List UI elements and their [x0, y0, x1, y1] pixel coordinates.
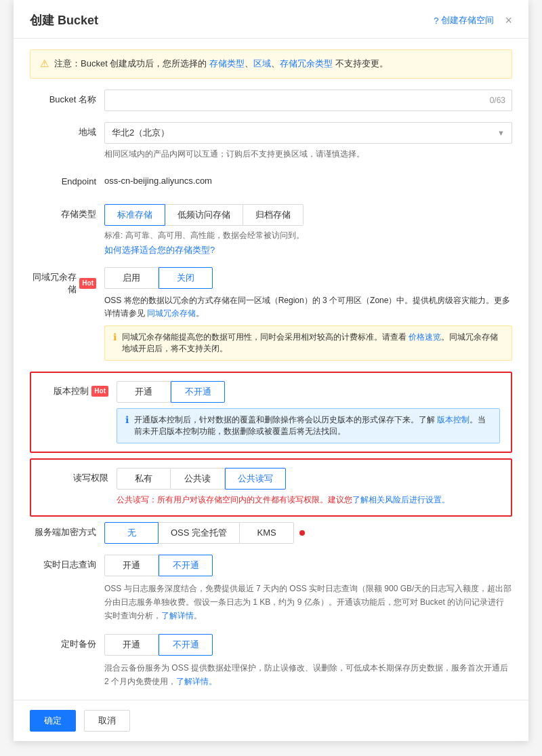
storage-type-label: 存储类型 [30, 204, 104, 220]
storage-type-row: 存储类型 标准存储 低频访问存储 归档存储 标准: 高可靠、高可用、高性能，数据… [30, 204, 512, 256]
storage-type-infrequent[interactable]: 低频访问存储 [165, 204, 243, 226]
encrypt-none[interactable]: 无 [104, 522, 159, 544]
access-control-group: 私有 公共读 公共读写 [117, 468, 500, 490]
region-content: 华北2（北京） ▼ 相同区域内的产品内网可以互通；订购后不支持更换区域，请谨慎选… [104, 122, 512, 161]
cancel-button[interactable]: 取消 [84, 710, 130, 732]
question-icon: ? [434, 16, 438, 26]
encrypt-kms[interactable]: KMS [240, 522, 294, 544]
dialog-footer: 确定 取消 [14, 700, 528, 741]
encrypt-content: 无 OSS 完全托管 KMS [104, 522, 512, 544]
confirm-button[interactable]: 确定 [30, 710, 76, 732]
redundancy-label: 同域冗余存储 Hot [30, 267, 104, 296]
redundancy-content: 启用 关闭 OSS 将您的数据以冗余的方式存储在同一区域（Region）的 3 … [104, 267, 512, 361]
version-enable[interactable]: 开通 [117, 381, 171, 403]
notice-link-region[interactable]: 区域 [253, 58, 271, 68]
backup-content: 开通 不开通 混合云备份服务为 OSS 提供数据处理保护，防止误修改、误删除，可… [104, 634, 512, 689]
access-public-readwrite[interactable]: 公共读写 [225, 468, 286, 490]
dialog-header: 创建 Bucket ? 创建存储空间 × [14, 0, 528, 39]
access-control-section: 读写权限 私有 公共读 公共读写 公共读写：所有用户对该存储空间内的文件都有读写… [30, 458, 512, 516]
realtime-log-desc: OSS 与日志服务深度结合，免费提供最近 7 天内的 OSS 实时日志查询（限额… [104, 582, 512, 623]
backup-link[interactable]: 了解详情。 [176, 677, 217, 686]
version-row: 版本控制 Hot 开通 不开通 ℹ 开通版本控制后，针对数据的覆盖和删除操作将会… [42, 381, 500, 443]
version-content: 开通 不开通 ℹ 开通版本控制后，针对数据的覆盖和删除操作将会以历史版本的形式保… [117, 381, 500, 443]
encrypt-group: 无 OSS 完全托管 KMS [104, 522, 294, 544]
redundancy-info: OSS 将您的数据以冗余的方式存储在同一区域（Region）的 3 个可用区（Z… [104, 294, 512, 320]
access-private[interactable]: 私有 [117, 468, 171, 490]
region-label: 地域 [30, 122, 104, 138]
redundancy-hot-badge: Hot [79, 278, 96, 289]
endpoint-content: oss-cn-beijing.aliyuncs.com [104, 172, 512, 186]
form-section: Bucket 名称 0/63 地域 华北2（北京） ▼ 相同区域内的产品内网可以 [14, 89, 528, 361]
dialog-body: ⚠ 注意：Bucket 创建成功后，您所选择的 存储类型、区域、存储冗余类型 不… [14, 39, 528, 700]
storage-type-archive[interactable]: 归档存储 [243, 204, 304, 226]
bucket-name-wrapper: 0/63 [104, 89, 512, 111]
region-select[interactable]: 华北2（北京） ▼ [104, 122, 512, 144]
version-disable[interactable]: 不开通 [171, 381, 225, 403]
dialog-title: 创建 Bucket [30, 12, 98, 28]
realtime-log-link[interactable]: 了解详情 [161, 611, 194, 620]
bucket-name-content: 0/63 [104, 89, 512, 111]
access-control-recommend-link[interactable]: 了解相关风险后进行设置。 [352, 495, 450, 504]
region-hint: 相同区域内的产品内网可以互通；订购后不支持更换区域，请谨慎选择。 [104, 148, 512, 161]
price-link[interactable]: 价格速览 [409, 332, 441, 342]
notice-link-redundancy[interactable]: 存储冗余类型 [280, 58, 333, 68]
redundancy-disable[interactable]: 关闭 [159, 267, 213, 289]
bucket-name-input[interactable] [104, 89, 512, 111]
region-value: 华北2（北京） [112, 127, 169, 139]
access-control-row: 读写权限 私有 公共读 公共读写 公共读写：所有用户对该存储空间内的文件都有读写… [42, 468, 500, 506]
version-link[interactable]: 版本控制 [437, 415, 470, 424]
version-label: 版本控制 Hot [42, 381, 117, 397]
realtime-log-label: 实时日志查询 [30, 555, 104, 571]
realtime-log-content: 开通 不开通 OSS 与日志服务深度结合，免费提供最近 7 天内的 OSS 实时… [104, 555, 512, 623]
bucket-name-label: Bucket 名称 [30, 89, 104, 106]
encrypt-oss[interactable]: OSS 完全托管 [159, 522, 240, 544]
redundancy-warning-text: 同城冗余存储能提高您的数据可用性，同时会采用相对较高的计费标准。请查看 价格速览… [122, 332, 503, 355]
access-public-read[interactable]: 公共读 [171, 468, 225, 490]
backup-label: 定时备份 [30, 634, 104, 650]
chevron-down-icon: ▼ [497, 129, 505, 137]
form-section-2: 服务端加密方式 无 OSS 完全托管 KMS 实时日志查询 [14, 522, 528, 689]
create-bucket-dialog: 创建 Bucket ? 创建存储空间 × ⚠ 注意：Bucket 创建成功后，您… [14, 0, 528, 741]
notice-bar: ⚠ 注意：Bucket 创建成功后，您所选择的 存储类型、区域、存储冗余类型 不… [30, 49, 512, 79]
region-row: 地域 华北2（北京） ▼ 相同区域内的产品内网可以互通；订购后不支持更换区域，请… [30, 122, 512, 161]
notice-link-type[interactable]: 存储类型 [209, 58, 245, 68]
storage-type-content: 标准存储 低频访问存储 归档存储 标准: 高可靠、高可用、高性能，数据会经常被访… [104, 204, 512, 256]
bucket-name-counter: 0/63 [490, 96, 505, 105]
access-control-label: 读写权限 [42, 468, 117, 484]
version-hot-badge: Hot [91, 386, 108, 397]
warning-circle-icon: ℹ [113, 332, 117, 342]
encrypt-row: 服务端加密方式 无 OSS 完全托管 KMS [30, 522, 512, 544]
storage-type-standard[interactable]: 标准存储 [104, 204, 165, 226]
help-link[interactable]: ? 创建存储空间 [434, 14, 494, 26]
backup-group: 开通 不开通 [104, 634, 512, 656]
encrypt-label: 服务端加密方式 [30, 522, 104, 538]
redundancy-enable[interactable]: 启用 [104, 267, 159, 289]
storage-type-group: 标准存储 低频访问存储 归档存储 [104, 204, 512, 226]
endpoint-label: Endpoint [30, 172, 104, 188]
backup-desc: 混合云备份服务为 OSS 提供数据处理保护，防止误修改、误删除，可低成本长期保存… [104, 661, 512, 689]
endpoint-value: oss-cn-beijing.aliyuncs.com [104, 172, 512, 186]
close-button[interactable]: × [505, 14, 512, 26]
backup-enable[interactable]: 开通 [104, 634, 159, 656]
storage-type-desc: 标准: 高可靠、高可用、高性能，数据会经常被访问到。 [104, 230, 512, 241]
backup-disable[interactable]: 不开通 [159, 634, 213, 656]
header-right: ? 创建存储空间 × [434, 14, 512, 26]
storage-type-how-link[interactable]: 如何选择适合您的存储类型? [104, 244, 512, 256]
version-info-text: 开通版本控制后，针对数据的覆盖和删除操作将会以历史版本的形式保存下来。了解 版本… [134, 414, 491, 437]
realtime-log-enable[interactable]: 开通 [104, 555, 159, 576]
redundancy-group: 启用 关闭 [104, 267, 512, 289]
version-info: ℹ 开通版本控制后，针对数据的覆盖和删除操作将会以历史版本的形式保存下来。了解 … [117, 408, 500, 443]
encrypt-red-dot [299, 530, 305, 536]
access-control-hint: 公共读写：所有用户对该存储空间内的文件都有读写权限。建议您了解相关风险后进行设置… [117, 494, 500, 506]
realtime-log-group: 开通 不开通 [104, 555, 512, 576]
notice-text: 注意：Bucket 创建成功后，您所选择的 存储类型、区域、存储冗余类型 不支持… [54, 57, 388, 71]
access-control-content: 私有 公共读 公共读写 公共读写：所有用户对该存储空间内的文件都有读写权限。建议… [117, 468, 500, 506]
redundancy-link[interactable]: 同城冗余存储 [147, 309, 196, 318]
version-section: 版本控制 Hot 开通 不开通 ℹ 开通版本控制后，针对数据的覆盖和删除操作将会… [30, 372, 512, 453]
version-group: 开通 不开通 [117, 381, 500, 403]
endpoint-row: Endpoint oss-cn-beijing.aliyuncs.com [30, 172, 512, 193]
bucket-name-row: Bucket 名称 0/63 [30, 89, 512, 111]
redundancy-warning: ℹ 同城冗余存储能提高您的数据可用性，同时会采用相对较高的计费标准。请查看 价格… [104, 325, 512, 361]
realtime-log-row: 实时日志查询 开通 不开通 OSS 与日志服务深度结合，免费提供最近 7 天内的… [30, 555, 512, 623]
realtime-log-disable[interactable]: 不开通 [159, 555, 213, 576]
